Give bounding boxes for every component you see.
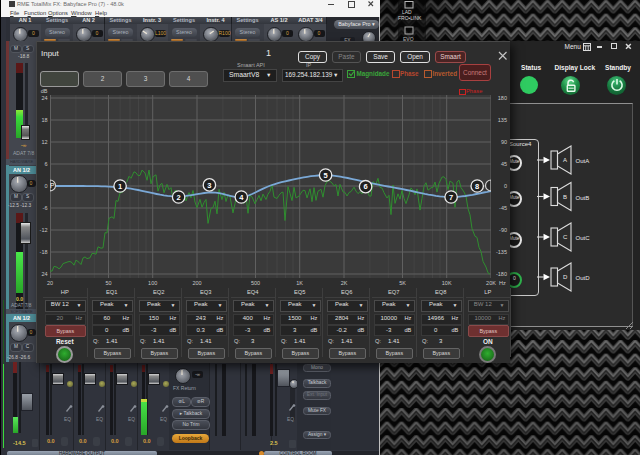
svg-text:OutD: OutD: [576, 275, 591, 281]
svg-text:7: 7: [449, 193, 453, 202]
svg-text:OutA: OutA: [576, 158, 590, 164]
svg-text:1: 1: [118, 182, 122, 191]
svg-text:OutB: OutB: [576, 194, 590, 200]
svg-text:FRO•LINK: FRO•LINK: [398, 15, 422, 21]
svg-text:OutC: OutC: [576, 235, 591, 241]
svg-text:D: D: [563, 274, 568, 280]
svg-text:8: 8: [475, 182, 479, 191]
svg-text:2: 2: [177, 193, 181, 202]
svg-text:B: B: [563, 193, 567, 199]
svg-text:A: A: [563, 157, 567, 163]
svg-text:6: 6: [364, 182, 368, 191]
svg-text:C: C: [563, 234, 568, 240]
svg-text:3: 3: [207, 181, 211, 190]
svg-text:5: 5: [324, 171, 328, 180]
svg-text:P: P: [50, 182, 54, 189]
